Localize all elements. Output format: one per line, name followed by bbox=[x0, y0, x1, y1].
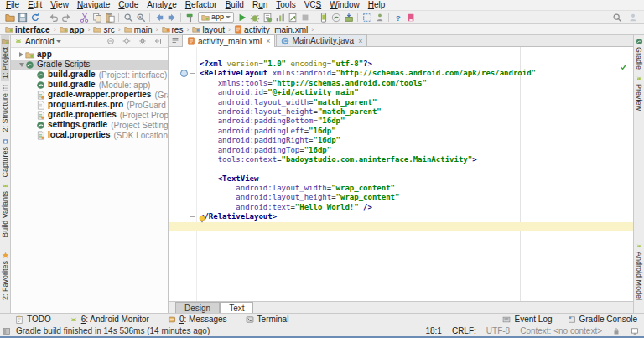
editor-mode-tab-text[interactable]: Text bbox=[220, 302, 253, 313]
code-line-16[interactable]: android:text="Hello World!" /> bbox=[200, 203, 633, 212]
tree-row[interactable]: proguard-rules.pro(ProGuard Rules for ap… bbox=[11, 100, 168, 110]
save-button[interactable] bbox=[16, 12, 29, 23]
sdk-button[interactable] bbox=[342, 12, 355, 23]
code-editor[interactable]: <?xml version="1.0" encoding="utf-8"?><R… bbox=[169, 47, 633, 301]
code-line-18[interactable] bbox=[200, 222, 633, 231]
code-line-12[interactable] bbox=[200, 164, 633, 174]
menu-navigate[interactable]: Navigate bbox=[73, 0, 114, 10]
intention-bulb-icon[interactable] bbox=[198, 211, 206, 220]
code-line-9[interactable]: android:paddingRight="16dp" bbox=[200, 136, 633, 145]
copy-button[interactable] bbox=[91, 12, 103, 23]
forward-button[interactable] bbox=[165, 12, 178, 23]
attach-button[interactable] bbox=[286, 12, 299, 23]
editor-tab-activity_main.xml[interactable]: activity_main.xml× bbox=[182, 34, 275, 47]
editor-tab-MainActivity.java[interactable]: CMainActivity.java× bbox=[276, 34, 367, 46]
run-configuration-selector[interactable]: app bbox=[198, 12, 234, 23]
tool-button-android-model[interactable]: Android Model bbox=[635, 240, 643, 303]
gear-icon[interactable] bbox=[136, 35, 148, 47]
tool-window-button-0-messages[interactable]: 0: Messages bbox=[168, 315, 227, 324]
open-folder-button[interactable] bbox=[3, 12, 16, 23]
code-line-11[interactable]: tools:context="badoystudio.com.aninterfa… bbox=[200, 155, 633, 164]
tool-window-switcher-icon[interactable] bbox=[3, 327, 11, 335]
code-line-7[interactable]: android:paddingBottom="16dp" bbox=[200, 117, 633, 126]
lint-button[interactable] bbox=[373, 12, 386, 23]
tree-row[interactable]: gradle.properties(Project Properties) bbox=[11, 110, 168, 120]
editor-mode-tab-design[interactable]: Design bbox=[175, 302, 220, 313]
menu-tools[interactable]: Tools bbox=[272, 0, 299, 10]
menu-run[interactable]: Run bbox=[248, 0, 272, 10]
debug-button[interactable] bbox=[248, 12, 261, 23]
menu-build[interactable]: Build bbox=[221, 0, 248, 10]
breadcrumb-item-res[interactable]: res bbox=[160, 25, 185, 34]
encoding-indicator[interactable]: UTF-8 bbox=[486, 326, 510, 335]
code-line-1[interactable]: <?xml version="1.0" encoding="utf-8"?> bbox=[200, 60, 633, 69]
code-line-5[interactable]: android:layout_width="match_parent" bbox=[200, 98, 633, 107]
menu-view[interactable]: View bbox=[46, 0, 73, 10]
inspection-ok-icon[interactable] bbox=[620, 59, 627, 66]
menu-file[interactable]: File bbox=[2, 0, 23, 10]
help-button[interactable]: ? bbox=[392, 12, 404, 23]
code-line-4[interactable]: android:id="@+id/activity_main" bbox=[200, 88, 633, 97]
firebase-button[interactable] bbox=[404, 12, 417, 23]
menu-code[interactable]: Code bbox=[114, 0, 143, 10]
tool-window-button-event-log[interactable]: Event Log bbox=[502, 315, 552, 324]
tree-row[interactable]: settings.gradle(Project Settings) bbox=[11, 120, 168, 130]
menu-analyze[interactable]: Analyze bbox=[143, 0, 181, 10]
tool-window-button-todo[interactable]: TODO bbox=[15, 315, 51, 324]
tree-row[interactable]: build.gradle(Module: app) bbox=[11, 80, 168, 90]
code-line-8[interactable]: android:paddingLeft="16dp" bbox=[200, 127, 633, 136]
tool-window-button-terminal[interactable]: Terminal bbox=[246, 315, 289, 324]
lock-icon[interactable] bbox=[612, 327, 621, 335]
chevron-collapsed-icon[interactable] bbox=[18, 52, 25, 57]
code-line-17[interactable]: </RelativeLayout> bbox=[200, 212, 633, 221]
breadcrumb-item-src[interactable]: src bbox=[91, 25, 116, 34]
coverage-button[interactable] bbox=[261, 12, 273, 23]
locate-icon[interactable] bbox=[120, 35, 132, 47]
breadcrumb-item-activity_main.xml[interactable]: activity_main.xml bbox=[232, 25, 309, 34]
inspect-button[interactable] bbox=[361, 12, 373, 23]
menu-refactor[interactable]: Refactor bbox=[181, 0, 221, 10]
breadcrumb-item-layout[interactable]: layout bbox=[190, 25, 226, 34]
tree-row[interactable]: local.properties(SDK Location) bbox=[11, 130, 168, 140]
code-line-14[interactable]: android:layout_width="wrap_content" bbox=[200, 184, 633, 193]
tool-button-build-variants[interactable]: Build Variants bbox=[1, 179, 9, 240]
gradle-sync-button[interactable] bbox=[330, 12, 342, 23]
hammer-button[interactable] bbox=[184, 12, 196, 23]
code-line-15[interactable]: android:layout_height="wrap_content" bbox=[200, 193, 633, 202]
tree-row[interactable]: build.gradle(Project: interface) bbox=[11, 70, 168, 80]
find-button[interactable] bbox=[122, 12, 134, 23]
menu-help[interactable]: Help bbox=[364, 0, 390, 10]
line-ending-indicator[interactable]: CRLF: bbox=[452, 326, 476, 335]
tool-button-2-structure[interactable]: 2: Structure bbox=[1, 81, 9, 135]
project-view-selector[interactable]: Android bbox=[14, 37, 61, 46]
menu-edit[interactable]: Edit bbox=[23, 0, 46, 10]
tool-button-1-project[interactable]: 1: Project bbox=[1, 35, 9, 81]
tool-button-preview[interactable]: Preview bbox=[635, 72, 643, 113]
close-icon[interactable]: × bbox=[266, 37, 270, 45]
avd-button[interactable] bbox=[317, 12, 330, 23]
code-line-6[interactable]: android:layout_height="match_parent" bbox=[200, 107, 633, 117]
chevron-expanded-icon[interactable] bbox=[18, 63, 25, 67]
user-button[interactable] bbox=[626, 12, 639, 23]
breadcrumb-item-app[interactable]: app bbox=[58, 25, 86, 34]
tree-row[interactable]: gradle-wrapper.properties(Gradle Version… bbox=[11, 90, 168, 100]
close-icon[interactable]: × bbox=[358, 37, 362, 45]
code-line-3[interactable]: xmlns:tools="http://schemas.android.com/… bbox=[200, 79, 633, 88]
tool-window-button-6-android-monitor[interactable]: 6: Android Monitor bbox=[70, 315, 149, 324]
breadcrumb-item-interface[interactable]: interface bbox=[3, 25, 52, 34]
menu-window[interactable]: Window bbox=[325, 0, 364, 10]
caret-position[interactable]: 18:1 bbox=[425, 326, 441, 335]
context-indicator[interactable]: Context: <no context> bbox=[520, 326, 602, 335]
code-line-13[interactable]: <TextView bbox=[200, 174, 633, 184]
back-button[interactable] bbox=[153, 12, 165, 23]
hide-icon[interactable] bbox=[152, 35, 164, 47]
paste-button[interactable] bbox=[103, 12, 116, 23]
menu-vcs[interactable]: VCS bbox=[300, 0, 326, 10]
code-line-10[interactable]: android:paddingTop="16dp" bbox=[200, 146, 633, 155]
search-button[interactable] bbox=[610, 12, 623, 23]
code-line-2[interactable]: <RelativeLayout xmlns:android="http://sc… bbox=[200, 69, 633, 78]
redo-button[interactable] bbox=[60, 12, 72, 23]
undo-button[interactable] bbox=[47, 12, 60, 23]
tool-button-gradle[interactable]: Gradle bbox=[635, 35, 643, 72]
tool-window-button-gradle-console[interactable]: Gradle Console bbox=[568, 315, 637, 324]
